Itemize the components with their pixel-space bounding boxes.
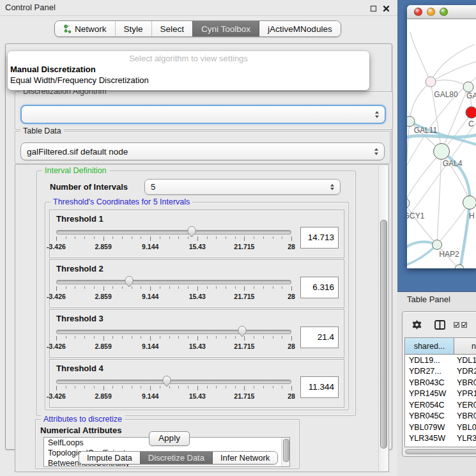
network-edge[interactable] <box>460 203 470 268</box>
threshold-slider[interactable]: -3.4262.8599.14415.4321.71528 <box>56 277 291 305</box>
network-view[interactable]: GAL80GACGAL11GAL4GCY1HHAP2 <box>407 19 476 268</box>
slider-thumb[interactable] <box>162 375 171 387</box>
minimize-traffic-light[interactable] <box>427 8 435 16</box>
slider-thumb[interactable] <box>125 275 134 288</box>
threshold-value-field[interactable]: 6.316 <box>300 277 339 298</box>
table-cell-name[interactable]: YDL1 <box>454 356 476 365</box>
table-row[interactable]: YER054CYER0 <box>405 399 476 411</box>
network-node-red[interactable] <box>466 107 476 118</box>
horizontal-scrollbar[interactable] <box>404 449 476 454</box>
table-cell-shared-name[interactable]: YDL19... <box>405 356 454 365</box>
horizontal-scrollbar-thumb[interactable] <box>405 449 476 454</box>
column-header-shared-name[interactable]: shared... <box>405 338 454 354</box>
table-cell-shared-name[interactable]: YDR27... <box>405 367 454 376</box>
tab-network[interactable]: Network <box>55 21 115 36</box>
tick-mark <box>188 386 188 388</box>
network-node-hap2[interactable] <box>433 240 442 250</box>
network-node-gal11[interactable] <box>407 116 415 127</box>
dropdown-option-equal-width-frequency[interactable]: Equal Width/Frequency Discretization <box>8 75 369 86</box>
table-row[interactable]: YBL079WYBL0 <box>405 422 476 433</box>
table-cell-shared-name[interactable]: YLR345W <box>405 434 454 443</box>
slider-track[interactable] <box>56 380 291 384</box>
network-edge[interactable] <box>437 151 441 245</box>
tick-mark <box>94 336 95 339</box>
table-cell-name[interactable]: YLR3 <box>454 434 476 443</box>
tick-mark <box>254 236 254 239</box>
tick-mark <box>273 386 273 388</box>
table-cell-name[interactable]: YPR1 <box>454 389 476 398</box>
network-node-pink[interactable] <box>426 77 436 87</box>
table-cell-name[interactable]: YBR0 <box>454 378 476 387</box>
table-cell-shared-name[interactable]: YBL079W <box>405 423 454 432</box>
threshold-value-field[interactable]: 11.344 <box>300 376 339 398</box>
slider-thumb[interactable] <box>237 325 247 337</box>
column-header-name[interactable]: na <box>454 338 476 354</box>
tab-jactivemnodules[interactable]: jActiveMNodules <box>259 21 341 36</box>
gear-icon[interactable] <box>411 319 422 333</box>
table-row[interactable]: YIL052CYIL0 <box>405 444 476 447</box>
tab-style[interactable]: Style <box>115 21 151 36</box>
threshold-value-field[interactable]: 14.713 <box>300 227 339 249</box>
threshold-row: -3.4262.8599.14415.4321.715286.316 <box>56 277 339 305</box>
float-icon[interactable] <box>370 3 377 15</box>
bottom-tab-infer-network[interactable]: Infer Network <box>212 452 277 464</box>
table-cell-shared-name[interactable]: YIL052C <box>405 445 454 447</box>
network-node-edge-node[interactable] <box>455 265 464 268</box>
table-cell-name[interactable]: YBL0 <box>454 423 476 432</box>
table-row[interactable]: YDL19...YDL1 <box>405 355 476 366</box>
network-node-gcy1[interactable] <box>407 198 410 208</box>
table-data-combobox[interactable]: galFiltered.sif default node <box>20 142 385 160</box>
table-cell-name[interactable]: YDR2 <box>454 367 476 376</box>
bottom-tab-discretize-data[interactable]: Discretize Data <box>140 452 212 464</box>
tick-label: 15.43 <box>189 293 206 300</box>
vertical-scrollbar[interactable] <box>378 165 388 471</box>
table-cell-name[interactable]: YIL0 <box>454 445 476 447</box>
zoom-traffic-light[interactable] <box>440 8 448 16</box>
network-edge[interactable] <box>407 203 437 245</box>
network-node-gal4[interactable] <box>434 144 450 160</box>
slider-track[interactable] <box>56 230 291 234</box>
table-cell-name[interactable]: YBR0 <box>454 411 476 420</box>
num-intervals-spinner[interactable]: 5 <box>144 179 341 195</box>
tick-mark <box>150 286 151 291</box>
table-row[interactable]: YLR345WYLR3 <box>405 433 476 445</box>
tab-select[interactable]: Select <box>151 21 193 36</box>
table-cell-shared-name[interactable]: YER054C <box>405 401 454 410</box>
table-row[interactable]: YPR145WYPR1 <box>405 388 476 400</box>
table-row[interactable]: YDR27...YDR2 <box>405 366 476 378</box>
network-node-gal3[interactable] <box>463 82 473 92</box>
network-edge[interactable] <box>431 80 468 87</box>
algorithm-combobox[interactable] <box>20 105 386 124</box>
select-columns-icons[interactable] <box>454 322 467 328</box>
threshold-slider[interactable]: -3.4262.8599.14415.4321.71528 <box>56 227 291 255</box>
network-edge[interactable] <box>410 32 431 82</box>
table-cell-shared-name[interactable]: YBR045C <box>405 411 454 420</box>
close-icon[interactable] <box>383 3 390 15</box>
tab-cyni-toolbox[interactable]: Cyni Toolbox <box>192 21 259 36</box>
close-traffic-light[interactable] <box>414 8 422 16</box>
list-scrollbar[interactable] <box>281 438 289 466</box>
columns-icon[interactable] <box>434 320 445 332</box>
network-edge[interactable] <box>431 61 476 82</box>
apply-button[interactable]: Apply <box>149 431 190 446</box>
bottom-tab-impute-data[interactable]: Impute Data <box>79 452 140 464</box>
list-scrollbar-thumb[interactable] <box>283 439 289 462</box>
table-row[interactable]: YBR045CYBR0 <box>405 411 476 422</box>
network-edge[interactable] <box>407 245 437 266</box>
dropdown-option-manual-discretization[interactable]: Manual Discretization <box>8 64 369 75</box>
slider-track[interactable] <box>56 280 291 284</box>
network-edge[interactable] <box>410 82 431 121</box>
threshold-value-field[interactable]: 21.4 <box>300 326 339 348</box>
table-cell-shared-name[interactable]: YPR145W <box>405 389 454 398</box>
network-edge[interactable] <box>431 45 474 82</box>
table-cell-name[interactable]: YER0 <box>454 401 476 410</box>
threshold-slider[interactable]: -3.4262.8599.14415.4321.71528 <box>56 326 291 355</box>
slider-thumb[interactable] <box>187 226 197 238</box>
table-row[interactable]: YBR043CYBR0 <box>405 377 476 388</box>
slider-track[interactable] <box>56 330 291 334</box>
tick-mark <box>273 236 273 239</box>
vertical-scrollbar-thumb[interactable] <box>380 220 387 449</box>
threshold-slider[interactable]: -3.4262.8599.14415.4321.71528 <box>56 376 291 404</box>
network-node-h[interactable] <box>463 196 476 210</box>
table-cell-shared-name[interactable]: YBR043C <box>405 378 454 387</box>
